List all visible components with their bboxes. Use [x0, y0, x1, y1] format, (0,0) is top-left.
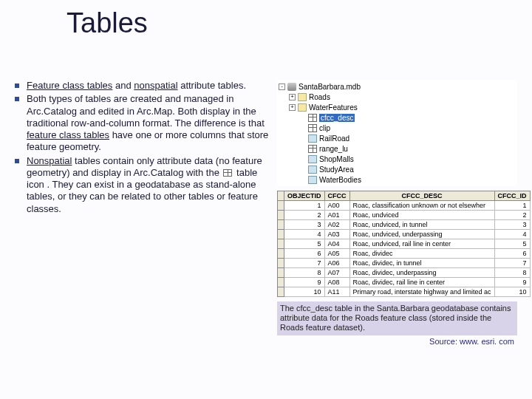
table-cell: Primary road, interstate highway and lim… — [349, 287, 494, 297]
source-credit: Source: www. esri. com — [277, 337, 517, 346]
tree-item-label: StudyArea — [319, 166, 354, 174]
row-header-blank — [278, 191, 284, 201]
table-row[interactable]: 7A06Roac, dividec, in tunnel7 — [278, 259, 531, 268]
tree-item-label: ShopMalls — [319, 155, 354, 163]
table-cell: A00 — [324, 201, 349, 211]
table-cell: 5 — [494, 239, 530, 249]
table-cell: Roac, classification unknown or not else… — [349, 201, 494, 211]
table-cell: A11 — [324, 287, 349, 297]
tree-item[interactable]: clip — [299, 123, 516, 133]
bullet-text: Nonspatial tables contain only attribute… — [27, 155, 273, 215]
table-cell: Roac, undviced, rail line in center — [349, 239, 494, 249]
tree-item[interactable]: -SantaBarbara.mdb — [279, 81, 516, 92]
column-header[interactable]: CFCC_ID — [494, 191, 530, 201]
tree-item[interactable]: ShopMalls — [299, 154, 516, 164]
table-row[interactable]: 5A04Roac, undviced, rail line in center5 — [278, 239, 531, 249]
tree-item[interactable]: cfcc_desc — [299, 112, 516, 123]
row-header — [278, 249, 284, 259]
column-header[interactable]: OBJECTID — [284, 191, 325, 201]
tree-item-label: Roads — [309, 93, 330, 101]
column-header[interactable]: CFCC — [324, 191, 349, 201]
fc-icon — [308, 155, 317, 163]
table-cell: 9 — [494, 278, 530, 287]
table-cell: A05 — [324, 249, 349, 259]
table-cell: Roac, dividec — [349, 249, 494, 259]
tree-item-label: WaterFeatures — [309, 103, 358, 112]
table-cell: 1 — [494, 201, 530, 211]
table-cell: Roac, dividec, in tunnel — [349, 259, 494, 268]
table-cell: A08 — [324, 278, 349, 287]
catalog-tree: -SantaBarbara.mdb+Roads+WaterFeaturescfc… — [277, 80, 517, 186]
table-row[interactable]: 1A00Roac, classification unknown or not … — [278, 201, 531, 211]
tree-item[interactable]: RailRoad — [299, 133, 516, 143]
table-cell: Roac, dividec, underpassing — [349, 268, 494, 278]
table-cell: 6 — [284, 249, 325, 259]
figure-caption: The cfcc_desc table in the Santa.Barbara… — [277, 301, 517, 335]
row-header — [278, 220, 284, 230]
ds-icon — [298, 103, 307, 112]
mdb-icon — [287, 83, 296, 91]
row-header — [278, 287, 284, 297]
table-cell: 4 — [494, 230, 530, 239]
tree-item[interactable]: +WaterFeatures — [289, 102, 516, 112]
tree-item[interactable]: StudyArea — [299, 164, 516, 174]
bullet-marker — [15, 97, 19, 101]
table-row[interactable]: 2A01Roac, undviced2 — [278, 211, 531, 220]
tree-item-label: cfcc_desc — [319, 114, 355, 122]
bullet-marker — [15, 83, 19, 88]
row-header — [278, 201, 284, 211]
table-icon — [308, 114, 317, 122]
row-header — [278, 259, 284, 268]
table-cell: 6 — [494, 249, 530, 259]
table-row[interactable]: 6A05Roac, dividec6 — [278, 249, 531, 259]
tree-item-label: range_lu — [319, 145, 348, 153]
bullet-item: Both types of tables are created and man… — [15, 93, 273, 153]
row-header — [278, 239, 284, 249]
tree-item-label: clip — [319, 124, 330, 132]
tree-item-label: SantaBarbara.mdb — [299, 83, 361, 91]
table-cell: 5 — [284, 239, 325, 249]
table-cell: 4 — [284, 230, 325, 239]
table-row[interactable]: 8A07Roac, dividec, underpassing8 — [278, 268, 531, 278]
tree-expander-icon[interactable]: + — [289, 94, 296, 100]
tree-expander-icon[interactable]: - — [279, 83, 285, 90]
bullet-list: Feature class tables and nonspatial attr… — [15, 80, 273, 215]
figure-column: -SantaBarbara.mdb+Roads+WaterFeaturescfc… — [273, 80, 517, 346]
page-title: Tables — [0, 0, 532, 39]
table-cell: Roac, undviced, underpassing — [349, 230, 494, 239]
table-cell: 7 — [284, 259, 325, 268]
table-cell: 3 — [284, 220, 325, 230]
table-cell: Roac, undviced, in tunnel — [349, 220, 494, 230]
row-header — [278, 211, 284, 220]
tree-item[interactable]: range_lu — [299, 143, 516, 154]
table-cell: 8 — [284, 268, 325, 278]
table-row[interactable]: 3A02Roac, undviced, in tunnel3 — [278, 220, 531, 230]
bullet-text: Feature class tables and nonspatial attr… — [27, 80, 273, 92]
table-row[interactable]: 4A03Roac, undviced, underpassing4 — [278, 230, 531, 239]
row-header — [278, 268, 284, 278]
tree-item[interactable]: +Roads — [289, 92, 516, 102]
bullet-column: Feature class tables and nonspatial attr… — [0, 80, 273, 346]
table-cell: 1 — [284, 201, 325, 211]
table-cell: 7 — [494, 259, 530, 268]
bullet-text: Both types of tables are created and man… — [27, 93, 273, 153]
tree-item-label: RailRoad — [319, 134, 349, 143]
table-row[interactable]: 9A08Roac, dividec, rail line in center9 — [278, 278, 531, 287]
tree-item-label: WaterBodies — [319, 176, 361, 184]
column-header[interactable]: CFCC_DESC — [349, 191, 494, 201]
row-header — [278, 230, 284, 239]
table-cell: Roac, undviced — [349, 211, 494, 220]
table-cell: 2 — [284, 211, 325, 220]
bullet-marker — [15, 159, 19, 163]
fc-icon — [308, 166, 317, 174]
table-cell: 3 — [494, 220, 530, 230]
bullet-item: Nonspatial tables contain only attribute… — [15, 155, 273, 215]
table-cell: 2 — [494, 211, 530, 220]
table-row[interactable]: 10A11Primary road, interstate highway an… — [278, 287, 531, 297]
table-cell: A02 — [324, 220, 349, 230]
fc-icon — [308, 176, 317, 184]
attribute-table: OBJECTIDCFCCCFCC_DESCCFCC_ID1A00Roac, cl… — [277, 191, 531, 297]
tree-item[interactable]: WaterBodies — [299, 174, 516, 185]
tree-expander-icon[interactable]: + — [289, 104, 296, 111]
row-header — [278, 278, 284, 287]
